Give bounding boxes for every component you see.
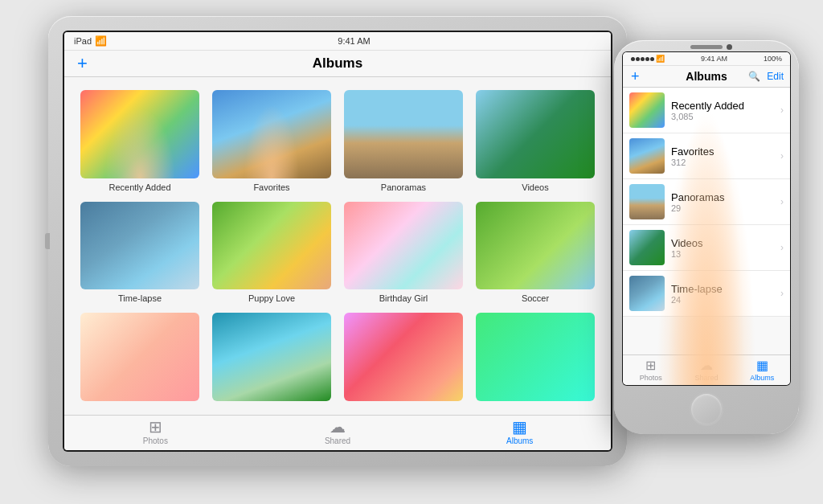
ipad-album-videos[interactable]: Videos bbox=[476, 90, 595, 192]
ipad-thumb-row3a bbox=[80, 313, 199, 401]
ipad-thumb-row3d bbox=[476, 313, 595, 401]
iphone-status-left: 📶 bbox=[631, 55, 665, 63]
ipad-album-label-soccer: Soccer bbox=[522, 293, 549, 303]
ipad-camera-button bbox=[45, 233, 50, 249]
ipad-album-recently-added[interactable]: Recently Added bbox=[80, 90, 199, 192]
ipad-thumb-row3c bbox=[344, 313, 463, 401]
ipad-tab-albums[interactable]: ▦ Albums bbox=[428, 419, 611, 445]
ipad-time: 9:41 AM bbox=[338, 36, 370, 46]
ipad-thumb-recently-added bbox=[80, 90, 199, 178]
iphone-screen: 📶 9:41 AM 100% + Albums 🔍 Edit bbox=[623, 52, 790, 385]
iphone-chevron-videos: › bbox=[780, 242, 784, 253]
ipad-shared-icon: ☁ bbox=[330, 419, 346, 435]
ipad-album-birthday-girl[interactable]: Birthday Girl bbox=[344, 202, 463, 304]
ipad-screen: iPad 📶 9:41 AM + Albums Recently Added bbox=[64, 32, 611, 450]
iphone-albums-icon: ▦ bbox=[756, 358, 768, 373]
iphone-speaker bbox=[690, 45, 723, 49]
iphone-add-button[interactable]: + bbox=[631, 68, 640, 85]
ipad-album-label-recently-added: Recently Added bbox=[109, 182, 170, 192]
ipad-photos-icon: ⊞ bbox=[149, 419, 162, 435]
ipad-thumb-row3b bbox=[212, 313, 331, 401]
ipad-device-label: iPad bbox=[74, 36, 92, 46]
signal-dot-2 bbox=[636, 57, 640, 61]
iphone-time: 9:41 AM bbox=[701, 55, 727, 63]
ipad-album-panoramas[interactable]: Panoramas bbox=[344, 90, 463, 192]
ipad-album-row3c[interactable] bbox=[344, 313, 463, 415]
ipad-album-label-birthday-girl: Birthday Girl bbox=[379, 293, 428, 303]
signal-dot-1 bbox=[631, 57, 635, 61]
iphone-chevron-timelapse: › bbox=[780, 288, 784, 299]
iphone-thumb-recently-added bbox=[629, 92, 665, 128]
ipad-screen-border: iPad 📶 9:41 AM + Albums Recently Added bbox=[63, 31, 612, 452]
ipad-add-button[interactable]: + bbox=[77, 53, 88, 74]
iphone-camera bbox=[727, 44, 732, 50]
ipad-statusbar: iPad 📶 9:41 AM bbox=[64, 32, 611, 51]
iphone-search-button[interactable]: 🔍 bbox=[748, 71, 760, 82]
iphone-page-title: Albums bbox=[686, 70, 727, 83]
iphone-photos-icon: ⊞ bbox=[645, 358, 656, 373]
iphone-device: 📶 9:41 AM 100% + Albums 🔍 Edit bbox=[614, 40, 799, 434]
iphone-chevron-favorites: › bbox=[780, 150, 784, 162]
ipad-album-timelapse[interactable]: Time-lapse bbox=[80, 202, 199, 304]
iphone-thumb-favorites bbox=[629, 138, 665, 174]
ipad-album-favorites[interactable]: Favorites bbox=[212, 90, 331, 192]
ipad-tab-albums-label: Albums bbox=[506, 436, 533, 445]
ipad-thumb-birthday-girl bbox=[344, 202, 463, 290]
ipad-page-title: Albums bbox=[313, 55, 362, 72]
iphone-navbar: + Albums 🔍 Edit bbox=[623, 66, 790, 88]
ipad-album-label-timelapse: Time-lapse bbox=[118, 293, 162, 303]
ipad-wifi-icon: 📶 bbox=[95, 35, 107, 47]
ipad-tab-photos-label: Photos bbox=[143, 436, 168, 445]
ipad-album-puppy-love[interactable]: Puppy Love bbox=[212, 202, 331, 304]
iphone-album-favorites[interactable]: Favorites 312 › bbox=[623, 133, 790, 179]
ipad-albums-icon: ▦ bbox=[512, 419, 527, 435]
ipad-album-row3b[interactable] bbox=[212, 313, 331, 415]
iphone-wifi-icon: 📶 bbox=[656, 55, 665, 63]
ipad-thumb-soccer bbox=[476, 202, 595, 290]
signal-dot-4 bbox=[645, 57, 649, 61]
ipad-album-soccer[interactable]: Soccer bbox=[476, 202, 595, 304]
ipad-navbar: + Albums bbox=[64, 51, 611, 77]
ipad-tab-photos[interactable]: ⊞ Photos bbox=[64, 419, 247, 445]
iphone-album-list: Recently Added 3,085 › Favorites 312 › bbox=[623, 88, 790, 354]
signal-dot-3 bbox=[641, 57, 645, 61]
ipad-device: iPad 📶 9:41 AM + Albums Recently Added bbox=[48, 16, 627, 466]
iphone-battery: 100% bbox=[764, 55, 782, 63]
iphone-navbar-actions: 🔍 Edit bbox=[748, 71, 784, 82]
ipad-thumb-videos bbox=[476, 90, 595, 178]
iphone-chevron-panoramas: › bbox=[780, 196, 784, 207]
ipad-album-grid: Recently Added Favorites Panoramas Video… bbox=[64, 77, 611, 415]
iphone-chevron-recently-added: › bbox=[780, 104, 784, 116]
ipad-album-label-favorites: Favorites bbox=[253, 182, 289, 192]
ipad-thumb-puppy-love bbox=[212, 202, 331, 290]
ipad-album-label-videos: Videos bbox=[522, 182, 548, 192]
ipad-tab-shared-label: Shared bbox=[325, 436, 350, 445]
ipad-album-label-puppy-love: Puppy Love bbox=[248, 293, 295, 303]
iphone-home-button[interactable] bbox=[690, 392, 723, 426]
ipad-album-label-panoramas: Panoramas bbox=[381, 182, 426, 192]
ipad-tabbar: ⊞ Photos ☁ Shared ▦ Albums bbox=[64, 415, 611, 450]
ipad-album-row3d[interactable] bbox=[476, 313, 595, 415]
ipad-thumb-timelapse bbox=[80, 202, 199, 290]
iphone-edit-button[interactable]: Edit bbox=[767, 71, 784, 82]
ipad-status-left: iPad 📶 bbox=[74, 35, 107, 47]
ipad-thumb-favorites bbox=[212, 90, 331, 178]
signal-dot-5 bbox=[650, 57, 654, 61]
ipad-thumb-panoramas bbox=[344, 90, 463, 178]
ipad-tab-shared[interactable]: ☁ Shared bbox=[247, 419, 429, 445]
iphone-screen-border: 📶 9:41 AM 100% + Albums 🔍 Edit bbox=[622, 51, 791, 386]
iphone-statusbar: 📶 9:41 AM 100% bbox=[623, 52, 790, 66]
ipad-album-row3a[interactable] bbox=[80, 313, 199, 415]
iphone-signal bbox=[631, 57, 654, 61]
